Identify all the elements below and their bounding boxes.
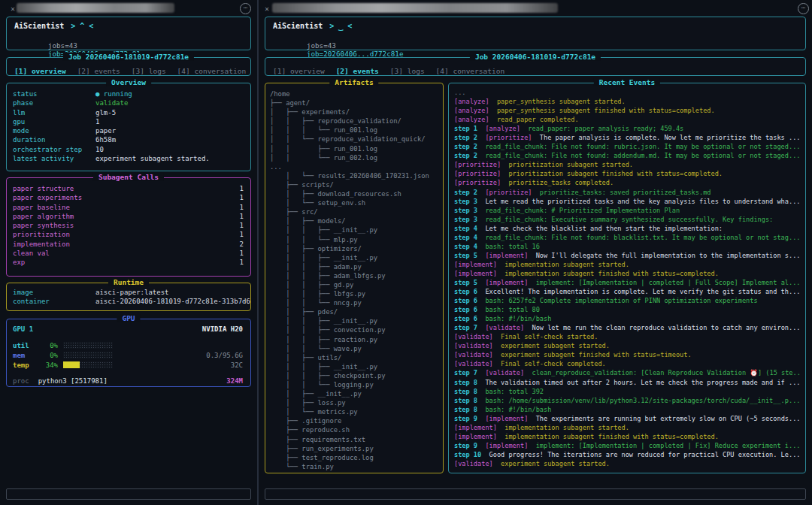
gpu-model: NVIDIA H20 (202, 325, 243, 334)
field-value: ● running (95, 89, 250, 98)
event-line: step 6 Excellent! The implementation is … (454, 287, 800, 296)
subagent-count: 1 (240, 230, 250, 239)
tree-line: ├── scripts/ (270, 180, 438, 189)
field-value: experiment subagent started. (95, 154, 250, 163)
event-line: step 2 [prioritize] The paper analysis i… (454, 133, 800, 142)
tree-line: │ ├── download_resources.sh (270, 189, 438, 198)
app-header-panel: AiScientist> ^ < jobs=43 job=20260406...… (6, 17, 251, 50)
close-icon[interactable]: ✕ (11, 4, 15, 14)
gpu-meter-temp: temp34%32C (7, 360, 250, 370)
event-line: step 4 read_file_chunk: File not found: … (454, 233, 800, 242)
field-row: imageaisci-paper:latest (7, 288, 250, 297)
subagent-label: paper algorithm (7, 212, 240, 221)
subagent-row: prioritization1 (7, 230, 250, 239)
field-value: aisci-paper:latest (95, 288, 250, 297)
field-label: image (7, 288, 95, 297)
tab-logs[interactable]: [3] logs (390, 67, 425, 75)
gpu-name: GPU 1 (13, 325, 33, 334)
meter-bar (63, 342, 113, 349)
gpu-meter-util: util0% (7, 340, 250, 350)
menu-icon[interactable]: ⋯ (240, 3, 251, 14)
event-line: [validate] experiment subagent finished … (454, 350, 800, 359)
field-label: status (7, 89, 95, 98)
command-bar[interactable] (265, 488, 806, 500)
tree-line: │ │ ├── adam.py (270, 262, 438, 271)
overview-title: Overview (106, 78, 151, 86)
window-title-blurred (272, 3, 558, 13)
overview-panel: Overview status● runningphasevalidatellm… (6, 83, 251, 171)
tab-conversation[interactable]: [4] conversation (436, 67, 505, 75)
event-line: step 6 bash: #!/bin/bash (454, 314, 800, 323)
meter-percent: 0% (38, 342, 58, 349)
field-label: mode (7, 126, 95, 135)
subagent-count: 1 (240, 184, 250, 193)
event-line: step 2 read_file_chunk: File not found: … (454, 142, 800, 151)
tree-line: ├── .gitignore (270, 416, 438, 425)
proc-label: proc (13, 376, 29, 386)
job-tabs-panel: Job 20260406-181019-d772c81e [1] overvie… (265, 57, 806, 76)
app-name: AiScientist (273, 22, 323, 30)
event-line: [validate] Final self-check started. (454, 332, 800, 341)
subagent-row: paper structure1 (7, 184, 250, 193)
tree-line: │ │ ├── reproduce_validation/ (270, 116, 438, 125)
field-row: llmglm-5 (7, 108, 250, 117)
tab-events[interactable]: [2] events (336, 67, 379, 75)
gpu-title: GPU (117, 314, 140, 322)
subagent-label: prioritization (7, 230, 240, 239)
jobs-count: jobs=43 (48, 41, 77, 50)
field-row: modepaper (7, 126, 250, 135)
field-row: status● running (7, 89, 250, 98)
tree-line: │ │ ├── reaction.py (270, 335, 438, 344)
subagent-count: 1 (240, 212, 250, 221)
tab-logs[interactable]: [3] logs (132, 67, 166, 75)
tree-line: ├── test_reproduce.log (270, 453, 438, 462)
menu-icon[interactable]: ⋯ (798, 3, 809, 14)
job-tabs-panel: Job 20260406-181019-d772c81e [1] overvie… (6, 57, 251, 76)
subagent-count: 1 (240, 258, 250, 267)
tree-line: │ │ ├── adam_lbfgs.py (270, 271, 438, 280)
tree-line: │ │ ├── __init__.py (270, 362, 438, 371)
event-line: step 8 bash: /home/submission/venv/lib/p… (454, 396, 800, 405)
tab-events[interactable]: [2] events (77, 67, 120, 75)
command-bar[interactable] (6, 488, 251, 500)
tree-line: │ ├── pdes/ (270, 307, 438, 316)
meter-label: temp (13, 361, 38, 369)
app-title-row: AiScientist> ‿ < (265, 17, 805, 30)
event-line: step 6 bash: total 80 (454, 305, 800, 314)
tab-conversation[interactable]: [4] conversation (177, 67, 247, 75)
tree-line: │ └── results_20260406_170231.json (270, 171, 438, 180)
subagent-count: 1 (240, 249, 250, 258)
app-name: AiScientist (14, 22, 64, 30)
gpu-meter-mem: mem0%0.3/95.6G (7, 350, 250, 360)
tree-line: │ │ ├── gd.py (270, 280, 438, 289)
subagent-label: clean val (7, 249, 240, 258)
spinner-glyph: > ^ < (71, 22, 93, 30)
tree-line: │ │ └── wave.py (270, 344, 438, 353)
tab-overview[interactable]: [1] overview (273, 67, 325, 75)
event-line: step 9 [implement] implement: [Implement… (454, 441, 800, 450)
event-line: step 7 [validate] clean_reproduce_valida… (454, 368, 800, 377)
subagent-label: implementation (7, 240, 240, 249)
field-value: validate (95, 98, 250, 107)
event-line: [prioritize] prioritize_tasks completed. (454, 178, 800, 187)
gpu-meters: util0%mem0%0.3/95.6Gtemp34%32C (7, 340, 250, 370)
field-row: latest activityexperiment subagent start… (7, 154, 250, 163)
subagent-rows: paper structure1paper experiments1paper … (7, 178, 250, 268)
event-line: step 4 bash: total 16 (454, 242, 800, 251)
field-value: 1 (95, 117, 250, 126)
field-row: orchestrator step10 (7, 145, 250, 154)
window-title-blurred (17, 3, 174, 13)
gpu-panel: GPU GPU 1 NVIDIA H20 util0%mem0%0.3/95.6… (6, 319, 251, 387)
tree-line: │ │ └── reproduce_validation_quick/ (270, 135, 438, 144)
subagent-label: exp (7, 258, 240, 267)
close-icon[interactable]: ✕ (265, 4, 269, 14)
proc-memory: 324M (226, 376, 243, 386)
tab-overview[interactable]: [1] overview (14, 67, 66, 75)
subagent-row: implementation2 (7, 240, 250, 249)
meter-percent: 34% (38, 361, 58, 369)
tree-line: │ │ ├── convection.py (270, 325, 438, 334)
subagent-count: 1 (240, 203, 250, 212)
event-line: step 3 read_file_chunk: # Prioritized Im… (454, 206, 800, 215)
field-value: 6h58m (95, 135, 250, 144)
job-title: Job 20260406-181019-d772c81e (63, 53, 194, 61)
